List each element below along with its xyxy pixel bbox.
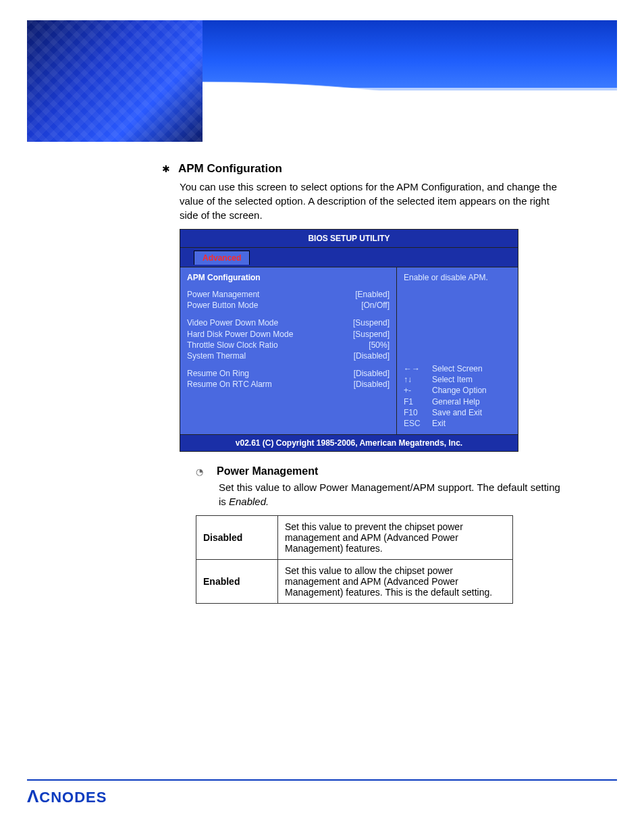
- header-banner: [27, 20, 617, 142]
- bios-item-value: [Disabled]: [354, 379, 390, 390]
- bios-item-label: Resume On RTC Alarm: [187, 379, 272, 390]
- bios-key-action: Exit: [432, 418, 446, 429]
- bios-item-value: [Disabled]: [354, 350, 390, 361]
- bios-help-text: Enable or disable APM.: [404, 273, 511, 282]
- bios-item-label: Throttle Slow Clock Ratio: [187, 340, 278, 350]
- bios-item-label: Power Management: [187, 289, 259, 300]
- bios-key-action: Change Option: [432, 385, 487, 396]
- bios-item-label: Resume On Ring: [187, 368, 249, 379]
- bios-item[interactable]: System Thermal [Disabled]: [187, 350, 390, 361]
- bios-item[interactable]: Power Management [Enabled]: [187, 289, 390, 300]
- bios-key: ↑↓: [404, 374, 424, 385]
- bios-item[interactable]: Video Power Down Mode [Suspend]: [187, 317, 390, 328]
- bios-item-value: [Suspend]: [353, 317, 390, 328]
- bios-item-value: [Disabled]: [354, 368, 390, 379]
- bios-item[interactable]: Power Button Mode [On/Off]: [187, 300, 390, 311]
- bios-screenshot: BIOS SETUP UTILITY Advanced APM Configur…: [180, 229, 518, 452]
- bios-footer: v02.61 (C) Copyright 1985-2006, American…: [180, 434, 518, 451]
- bios-item-value: [Suspend]: [353, 329, 390, 340]
- bios-key-legend: ←→Select Screen ↑↓Select Item +-Change O…: [404, 282, 511, 429]
- bios-key: F10: [404, 407, 424, 418]
- bios-tab-bar: Advanced: [180, 248, 518, 267]
- bios-item-label: Hard Disk Power Down Mode: [187, 329, 293, 340]
- subsection-bullet-icon: ◔: [196, 467, 203, 477]
- bios-item-label: Video Power Down Mode: [187, 317, 278, 328]
- brand-logo: ΛACNODESCNODES: [27, 786, 617, 807]
- section-description: You can use this screen to select option…: [180, 180, 563, 222]
- bios-key: F1: [404, 396, 424, 407]
- option-text: Set this value to prevent the chipset po…: [278, 516, 513, 560]
- bios-key-action: Save and Exit: [432, 407, 482, 418]
- bios-item-label: System Thermal: [187, 350, 246, 361]
- page-footer: ΛACNODESCNODES: [27, 779, 617, 807]
- bios-item-label: Power Button Mode: [187, 300, 258, 311]
- subsection-description: Set this value to allow Power Management…: [219, 480, 563, 509]
- banner-chip-art: [27, 20, 203, 142]
- bios-item-value: [Enabled]: [355, 289, 390, 300]
- subsection-title: Power Management: [217, 465, 318, 477]
- options-table: Disabled Set this value to prevent the c…: [196, 515, 513, 604]
- bios-item[interactable]: Resume On RTC Alarm [Disabled]: [187, 379, 390, 390]
- bios-panel-header: APM Configuration: [187, 273, 390, 282]
- bios-title: BIOS SETUP UTILITY: [180, 230, 518, 248]
- bios-key-action: Select Item: [432, 374, 473, 385]
- bios-item-value: [50%]: [369, 340, 390, 350]
- bios-item[interactable]: Resume On Ring [Disabled]: [187, 368, 390, 379]
- table-row: Enabled Set this value to allow the chip…: [196, 560, 513, 604]
- bios-key-action: Select Screen: [432, 363, 483, 374]
- section-title: APM Configuration: [178, 162, 282, 176]
- bios-key-action: General Help: [432, 396, 480, 407]
- section-bullet-icon: ✱: [162, 163, 170, 174]
- bios-key: +-: [404, 385, 424, 396]
- bios-key: ESC: [404, 418, 424, 429]
- banner-swoop: [203, 74, 617, 142]
- bios-right-panel: Enable or disable APM. ←→Select Screen ↑…: [397, 267, 518, 434]
- bios-item[interactable]: Hard Disk Power Down Mode [Suspend]: [187, 329, 390, 340]
- option-name: Disabled: [196, 516, 278, 560]
- bios-item[interactable]: Throttle Slow Clock Ratio [50%]: [187, 340, 390, 350]
- option-text: Set this value to allow the chipset powe…: [278, 560, 513, 604]
- bios-key: ←→: [404, 363, 424, 374]
- bios-item-value: [On/Off]: [361, 300, 390, 311]
- bios-tab-advanced[interactable]: Advanced: [194, 251, 250, 265]
- table-row: Disabled Set this value to prevent the c…: [196, 516, 513, 560]
- option-name: Enabled: [196, 560, 278, 604]
- bios-left-panel: APM Configuration Power Management [Enab…: [180, 267, 397, 434]
